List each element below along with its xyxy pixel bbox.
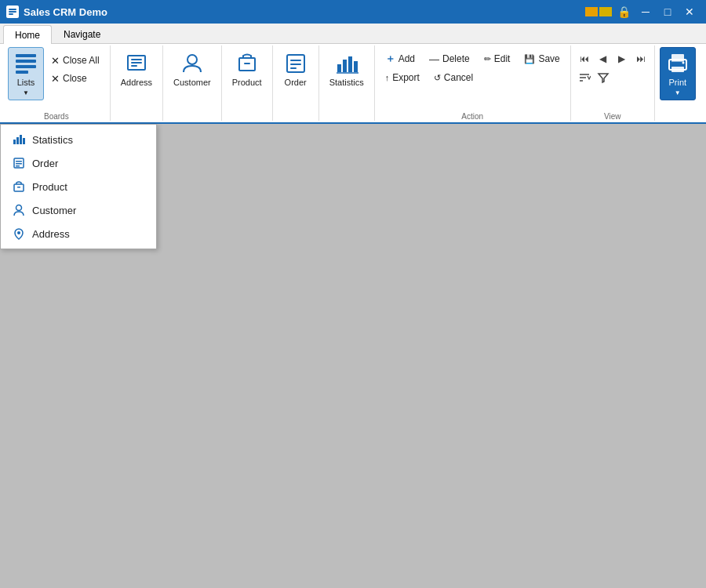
minimize-button[interactable]: ─ [635, 4, 656, 20]
delete-button[interactable]: — Delete [424, 50, 475, 67]
product-button[interactable]: Product [227, 47, 267, 100]
export-label: Export [392, 72, 420, 83]
product-section: Product [222, 45, 273, 121]
ribbon-tabs: Home Navigate [0, 24, 706, 44]
svg-rect-37 [16, 161, 22, 162]
svg-rect-7 [16, 71, 28, 74]
dropdown-item-statistics[interactable]: Statistics [1, 128, 156, 151]
nav-first-button[interactable]: ⏮ [576, 50, 593, 67]
print-dropdown-arrow: ▼ [675, 89, 681, 96]
nav-next-button[interactable]: ▶ [613, 50, 631, 67]
cancel-label: Cancel [444, 72, 473, 83]
print-icon [665, 51, 690, 76]
address-label: Address [121, 78, 152, 88]
address-button[interactable]: Address [115, 47, 158, 100]
main-content: Statistics Order [0, 124, 706, 588]
dropdown-item-product[interactable]: Product [1, 175, 156, 198]
close-button[interactable]: ✕ [679, 4, 700, 20]
maximize-button[interactable]: □ [657, 4, 678, 20]
dropdown-item-customer-label: Customer [32, 205, 76, 216]
edit-icon: ✏ [484, 54, 491, 64]
svg-rect-14 [244, 63, 250, 64]
close-label: Close [63, 73, 87, 84]
svg-rect-29 [671, 60, 684, 62]
dropdown-item-address[interactable]: Address [1, 222, 156, 245]
tab-home[interactable]: Home [3, 25, 52, 44]
customer-icon [180, 51, 205, 76]
svg-point-12 [187, 55, 197, 64]
svg-rect-17 [290, 64, 301, 65]
lists-label: Lists [17, 78, 35, 88]
print-section: Print ▼ [655, 45, 701, 121]
svg-rect-20 [343, 60, 347, 72]
close-all-label: Close All [63, 55, 100, 66]
svg-rect-21 [348, 56, 352, 72]
customer-button[interactable]: Customer [168, 47, 217, 100]
nav-last-button[interactable]: ⏭ [632, 50, 650, 67]
action-content: ＋ Add — Delete ✏ Edit 💾 Save ↑ [380, 47, 566, 111]
app-title: Sales CRM Demo [24, 6, 107, 18]
print-label: Print [668, 78, 686, 88]
save-button[interactable]: 💾 Save [519, 50, 565, 67]
svg-rect-10 [131, 62, 142, 64]
dropdown-item-order[interactable]: Order [1, 151, 156, 175]
svg-rect-38 [16, 163, 22, 165]
svg-rect-34 [20, 135, 22, 144]
order-label: Order [285, 78, 307, 88]
svg-rect-9 [131, 59, 142, 60]
dropdown-item-customer[interactable]: Customer [1, 198, 156, 222]
svg-rect-30 [671, 67, 684, 72]
svg-point-42 [16, 205, 22, 211]
dropdown-item-address-label: Address [32, 228, 70, 240]
product-menu-icon [12, 180, 26, 194]
address-menu-icon [12, 227, 26, 241]
svg-rect-41 [17, 187, 20, 188]
ribbon: Lists ▼ ✕ Close All ✕ Close Action Board… [0, 44, 706, 124]
print-button[interactable]: Print ▼ [660, 47, 696, 100]
cancel-icon: ↺ [434, 73, 441, 83]
theme-icons [585, 7, 612, 16]
product-icon [235, 51, 260, 76]
lists-button[interactable]: Lists ▼ [8, 47, 44, 100]
delete-icon: — [429, 53, 439, 65]
tab-navigate[interactable]: Navigate [52, 24, 112, 43]
boards-group-label: Boards [8, 111, 105, 121]
delete-label: Delete [442, 53, 470, 64]
save-label: Save [538, 53, 559, 64]
svg-rect-39 [16, 165, 20, 167]
order-section: Order [273, 45, 319, 121]
add-label: Add [398, 53, 415, 64]
add-button[interactable]: ＋ Add [380, 50, 420, 67]
dropdown-item-product-label: Product [32, 181, 67, 193]
nav-prev-button[interactable]: ◀ [595, 50, 612, 67]
address-section: Address [111, 45, 163, 121]
product-label: Product [232, 78, 262, 88]
lock-icon: 🔒 [613, 4, 634, 20]
statistics-menu-icon [12, 132, 26, 147]
svg-rect-32 [13, 140, 16, 144]
title-bar-left: Sales CRM Demo [6, 5, 107, 18]
customer-label: Customer [173, 78, 211, 88]
close-all-icon: ✕ [51, 55, 60, 67]
dropdown-item-order-label: Order [32, 158, 58, 169]
order-menu-icon [12, 156, 26, 170]
statistics-button[interactable]: Statistics [324, 47, 369, 100]
edit-button[interactable]: ✏ Edit [479, 50, 516, 67]
dropdown-item-statistics-label: Statistics [32, 134, 73, 146]
export-button[interactable]: ↑ Export [380, 69, 425, 86]
customer-menu-icon [12, 203, 26, 217]
svg-rect-22 [354, 61, 358, 72]
sort-button[interactable] [576, 69, 593, 86]
svg-rect-4 [16, 54, 36, 57]
close-all-button[interactable]: ✕ Close All [45, 52, 105, 69]
svg-rect-3 [9, 13, 13, 15]
filter-button[interactable] [595, 69, 612, 86]
cancel-button[interactable]: ↺ Cancel [428, 69, 479, 86]
title-bar-controls: 🔒 ─ □ ✕ [585, 4, 700, 20]
close-icon: ✕ [51, 73, 60, 85]
close-button-ribbon[interactable]: ✕ Close [45, 70, 105, 87]
view-label: View [576, 111, 650, 121]
order-button[interactable]: Order [278, 47, 314, 100]
action-section: ＋ Add — Delete ✏ Edit 💾 Save ↑ [375, 45, 571, 121]
svg-rect-16 [290, 60, 301, 61]
